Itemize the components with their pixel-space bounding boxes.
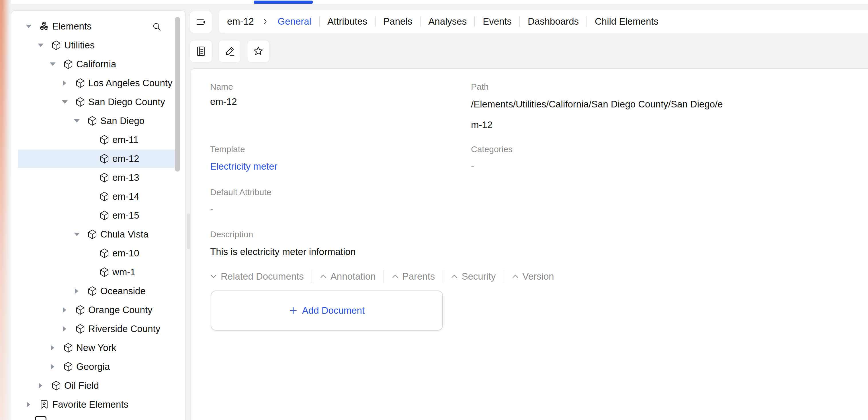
- tree-item-chula-vista[interactable]: Chula Vista: [11, 225, 185, 244]
- caret-collapsed-icon[interactable]: [37, 383, 51, 388]
- breadcrumb-current-element[interactable]: em-12: [227, 16, 254, 27]
- tree-item-utilities[interactable]: Utilities: [11, 36, 185, 55]
- tab-child-elements[interactable]: Child Elements: [587, 16, 666, 27]
- tree-item-label: Georgia: [76, 361, 110, 372]
- section-divider: [443, 270, 443, 283]
- section-toggle-parents[interactable]: Parents: [392, 271, 435, 282]
- tree-item-san-diego[interactable]: San Diego: [11, 111, 185, 130]
- tree-item-label: em-15: [112, 210, 139, 221]
- section-label: Annotation: [331, 271, 376, 282]
- section-toggle-annotation[interactable]: Annotation: [320, 271, 376, 282]
- section-divider: [312, 270, 312, 283]
- tab-dashboards[interactable]: Dashboards: [520, 16, 587, 27]
- cube-icon: [75, 304, 86, 316]
- tab-attributes[interactable]: Attributes: [320, 16, 375, 27]
- star-icon: [252, 45, 265, 58]
- tree-item-oil-field[interactable]: Oil Field: [11, 376, 185, 395]
- tree-item-georgia[interactable]: Georgia: [11, 357, 185, 376]
- section-label: Related Documents: [221, 271, 304, 282]
- section-toggle-related-documents[interactable]: Related Documents: [210, 271, 304, 282]
- notebook-button[interactable]: [190, 40, 212, 62]
- name-field-value: em-12: [210, 96, 237, 107]
- cube-icon: [51, 380, 62, 391]
- edit-pencil-icon: [223, 45, 236, 58]
- tree-item-wm-1[interactable]: wm-1: [11, 263, 185, 282]
- tree-item-new-york[interactable]: New York: [11, 338, 185, 357]
- caret-expanded-icon[interactable]: [74, 119, 87, 123]
- edit-button[interactable]: [218, 40, 241, 62]
- sidebar-scrollbar-thumb[interactable]: [175, 17, 180, 172]
- tree-item-em-15[interactable]: em-15: [11, 206, 185, 225]
- element-tree-panel: ElementsUtilitiesCaliforniaLos Angeles C…: [11, 10, 186, 420]
- bookmark-star-icon: [39, 399, 50, 410]
- path-line-1: /Elements/Utilities/California/San Diego…: [471, 94, 723, 115]
- caret-collapsed-icon[interactable]: [26, 402, 39, 408]
- caret-collapsed-icon[interactable]: [62, 326, 75, 332]
- cube-icon: [99, 210, 110, 221]
- search-icon[interactable]: [152, 22, 162, 32]
- section-label: Version: [523, 271, 554, 282]
- tree-item-riverside-county[interactable]: Riverside County: [11, 319, 185, 338]
- caret-collapsed-icon[interactable]: [62, 80, 75, 86]
- tree-item-california[interactable]: California: [11, 55, 185, 74]
- section-toggle-security[interactable]: Security: [451, 271, 496, 282]
- tree-item-label: wm-1: [112, 267, 135, 278]
- cube-icon: [63, 361, 74, 372]
- tree-item-san-diego-county[interactable]: San Diego County: [11, 93, 185, 111]
- tab-general[interactable]: General: [270, 16, 319, 27]
- tree-item-label: San Diego County: [88, 97, 165, 107]
- tree-item-oceanside[interactable]: Oceanside: [11, 282, 185, 300]
- chevron-down-icon: [210, 273, 221, 280]
- categories-field-value: -: [471, 161, 474, 172]
- cube-icon: [99, 248, 110, 259]
- caret-expanded-icon[interactable]: [50, 62, 63, 66]
- section-divider: [504, 270, 504, 283]
- collapse-tree-button[interactable]: [190, 11, 212, 33]
- top-blue-indicator-bar: [254, 1, 313, 4]
- tree-item-label: Chula Vista: [100, 229, 149, 240]
- caret-expanded-icon[interactable]: [62, 100, 75, 104]
- cube-icon: [99, 172, 110, 183]
- cube-icon: [87, 229, 98, 240]
- default-attribute-field-label: Default Attribute: [210, 187, 271, 197]
- cube-icon: [87, 286, 98, 296]
- collapse-tree-icon: [195, 16, 207, 28]
- tree-item-label: San Diego: [100, 116, 145, 126]
- plus-icon: [289, 306, 298, 315]
- tree-item-em-14[interactable]: em-14: [11, 187, 185, 206]
- breadcrumb-tab-bar: em-12 GeneralAttributesPanelsAnalysesEve…: [219, 10, 868, 33]
- tree-item-label: California: [76, 59, 116, 70]
- tree-item-em-13[interactable]: em-13: [11, 168, 185, 187]
- section-toggle-version[interactable]: Version: [512, 271, 554, 282]
- tree-item-em-10[interactable]: em-10: [11, 244, 185, 263]
- tree-item-label: Oceanside: [100, 286, 146, 296]
- caret-expanded-icon[interactable]: [26, 25, 39, 28]
- caret-collapsed-icon[interactable]: [74, 288, 87, 294]
- caret-expanded-icon[interactable]: [74, 233, 87, 236]
- detail-sections-row: Related DocumentsAnnotationParentsSecuri…: [210, 269, 554, 283]
- chevron-up-icon: [451, 273, 462, 280]
- tree-item-em-12[interactable]: em-12: [11, 149, 185, 168]
- template-link[interactable]: Electricity meter: [210, 161, 278, 172]
- tab-analyses[interactable]: Analyses: [421, 16, 474, 27]
- tab-panels[interactable]: Panels: [375, 16, 420, 27]
- tree-item-orange-county[interactable]: Orange County: [11, 300, 185, 319]
- tree-item-los-angeles-county[interactable]: Los Angeles County: [11, 74, 185, 93]
- caret-collapsed-icon[interactable]: [62, 307, 75, 313]
- tree-item-em-11[interactable]: em-11: [11, 130, 185, 149]
- tree-item-label: em-12: [112, 153, 139, 164]
- tab-events[interactable]: Events: [475, 16, 520, 27]
- caret-collapsed-icon[interactable]: [50, 364, 63, 369]
- tree-item-favorite-elements[interactable]: Favorite Elements: [11, 395, 185, 414]
- cube-icon: [99, 267, 110, 278]
- notebook-icon: [195, 45, 207, 58]
- add-document-button[interactable]: Add Document: [211, 291, 443, 331]
- tree-item-label: Riverside County: [88, 323, 160, 334]
- outer-scrollbar-thumb[interactable]: [187, 214, 190, 249]
- cube-icon: [75, 323, 86, 334]
- detail-tabs: GeneralAttributesPanelsAnalysesEventsDas…: [270, 16, 666, 27]
- tree-item-label: Orange County: [88, 304, 153, 316]
- favorite-button[interactable]: [247, 40, 270, 62]
- caret-collapsed-icon[interactable]: [50, 345, 63, 351]
- caret-expanded-icon[interactable]: [37, 43, 51, 47]
